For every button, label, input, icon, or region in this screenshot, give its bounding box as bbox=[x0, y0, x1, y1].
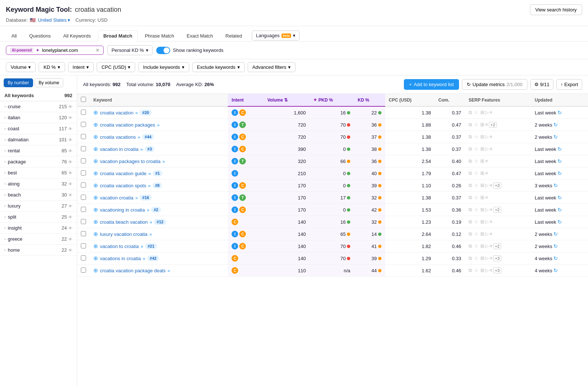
keyword-link[interactable]: ⊕ luxury vacation croatia » bbox=[93, 231, 224, 237]
star-icon[interactable]: ☆ bbox=[474, 231, 478, 237]
col-volume[interactable]: Volume ⇅ bbox=[263, 94, 309, 106]
image-icon[interactable]: ⊞ bbox=[480, 243, 484, 249]
settings-button[interactable]: ⚙ 9/11 bbox=[530, 79, 553, 90]
kd-filter[interactable]: KD % ▾ bbox=[39, 62, 65, 72]
serp-copy-icon[interactable]: ⧉ bbox=[469, 195, 472, 200]
list-icon[interactable]: ≡ bbox=[490, 255, 492, 261]
video-icon[interactable]: ▷ bbox=[485, 243, 489, 249]
row-checkbox[interactable] bbox=[81, 255, 86, 261]
list-item[interactable]: › dalmatian 101 👁 bbox=[0, 134, 77, 145]
star-icon[interactable]: ☆ bbox=[474, 207, 478, 212]
show-ranking-toggle[interactable] bbox=[156, 47, 170, 54]
update-metrics-button[interactable]: ↻ Update metrics 2/1,000 bbox=[462, 79, 527, 90]
refresh-icon[interactable]: ↻ bbox=[553, 231, 558, 237]
serp-copy-icon[interactable]: ⧉ bbox=[469, 207, 472, 212]
row-checkbox[interactable] bbox=[81, 195, 86, 200]
star-icon[interactable]: ☆ bbox=[474, 183, 478, 188]
image-icon[interactable]: ⊞ bbox=[480, 231, 484, 237]
view-history-button[interactable]: View search history bbox=[530, 4, 582, 15]
clear-input-icon[interactable]: ✕ bbox=[96, 47, 100, 53]
serp-copy-icon[interactable]: ⧉ bbox=[469, 243, 472, 249]
tab-phrase-match[interactable]: Phrase Match bbox=[139, 30, 180, 42]
refresh-icon[interactable]: ↻ bbox=[553, 243, 558, 249]
list-item[interactable]: › best 65 👁 bbox=[0, 167, 77, 178]
eye-icon[interactable]: 👁 bbox=[68, 226, 72, 230]
star-icon[interactable]: ☆ bbox=[474, 146, 478, 152]
list-item[interactable]: › home 22 👁 bbox=[0, 245, 77, 256]
video-icon[interactable]: ▷ bbox=[485, 219, 489, 224]
serp-copy-icon[interactable]: ⧉ bbox=[469, 122, 472, 127]
eye-icon[interactable]: 👁 bbox=[68, 160, 72, 164]
keyword-link[interactable]: ⊕ croatia vacation spots »#8 bbox=[93, 182, 224, 189]
country-selector[interactable]: United States ▾ bbox=[38, 17, 70, 23]
tab-all-keywords[interactable]: All Keywords bbox=[58, 30, 96, 42]
refresh-icon[interactable]: ↻ bbox=[557, 146, 562, 152]
star-icon[interactable]: ☆ bbox=[474, 158, 478, 164]
tab-broad-match[interactable]: Broad Match bbox=[98, 30, 138, 42]
keyword-link[interactable]: ⊕ vacationing in croatia »#2 bbox=[93, 206, 224, 213]
list-icon[interactable]: ≡ bbox=[490, 134, 492, 139]
list-item[interactable]: › beach 30 👁 bbox=[0, 190, 77, 201]
tab-questions[interactable]: Questions bbox=[24, 30, 56, 42]
image-icon[interactable]: ⊞ bbox=[480, 170, 484, 176]
serp-copy-icon[interactable]: ⧉ bbox=[469, 231, 472, 237]
refresh-icon[interactable]: ↻ bbox=[553, 134, 558, 140]
list-icon[interactable]: ≡ bbox=[490, 183, 492, 188]
serp-copy-icon[interactable]: ⧉ bbox=[469, 170, 472, 176]
keyword-link[interactable]: ⊕ croatia vacations »#44 bbox=[93, 134, 224, 140]
image-icon[interactable]: ⊞ bbox=[480, 207, 484, 212]
keyword-link[interactable]: ⊕ vacations in croatia »#42 bbox=[93, 255, 224, 262]
keyword-link[interactable]: ⊕ croatia vacation guide »#1 bbox=[93, 170, 224, 177]
eye-icon[interactable]: 👁 bbox=[68, 248, 72, 252]
domain-input[interactable] bbox=[42, 47, 93, 53]
image-icon[interactable]: ⊞ bbox=[480, 146, 484, 152]
eye-icon[interactable]: 👁 bbox=[68, 127, 72, 131]
row-checkbox[interactable] bbox=[81, 219, 86, 224]
image-icon[interactable]: ⊞ bbox=[480, 134, 484, 139]
serp-copy-icon[interactable]: ⧉ bbox=[469, 268, 472, 273]
add-to-keyword-list-button[interactable]: + Add to keyword list bbox=[404, 79, 459, 90]
refresh-icon[interactable]: ↻ bbox=[557, 207, 562, 213]
select-all-checkbox[interactable] bbox=[81, 97, 86, 102]
list-item[interactable]: › luxury 27 👁 bbox=[0, 201, 77, 212]
eye-icon[interactable]: 👁 bbox=[68, 237, 72, 241]
tab-all[interactable]: All bbox=[6, 30, 22, 42]
video-icon[interactable]: ▷ bbox=[485, 207, 489, 212]
refresh-icon[interactable]: ↻ bbox=[557, 158, 562, 164]
refresh-icon[interactable]: ↻ bbox=[557, 219, 562, 225]
eye-icon[interactable]: 👁 bbox=[68, 116, 72, 120]
row-checkbox[interactable] bbox=[81, 268, 86, 273]
star-icon[interactable]: ☆ bbox=[474, 170, 478, 176]
image-icon[interactable]: ⊞ bbox=[480, 195, 484, 200]
eye-icon[interactable]: 👁 bbox=[68, 215, 72, 219]
row-checkbox[interactable] bbox=[81, 243, 86, 248]
row-checkbox[interactable] bbox=[81, 231, 86, 236]
advanced-filters[interactable]: Advanced filters ▾ bbox=[248, 62, 296, 72]
serp-copy-icon[interactable]: ⧉ bbox=[469, 146, 472, 152]
languages-filter[interactable]: Languages beta ▾ bbox=[252, 31, 300, 40]
export-button[interactable]: ↑ Export bbox=[556, 79, 582, 90]
video-icon[interactable]: ▷ bbox=[485, 268, 489, 273]
star-icon[interactable]: ☆ bbox=[474, 268, 478, 273]
tab-related[interactable]: Related bbox=[220, 30, 248, 42]
intent-filter[interactable]: Intent ▾ bbox=[68, 62, 94, 72]
serp-copy-icon[interactable]: ⧉ bbox=[469, 158, 472, 164]
row-checkbox[interactable] bbox=[81, 158, 86, 163]
row-checkbox[interactable] bbox=[81, 170, 86, 176]
eye-icon[interactable]: 👁 bbox=[68, 204, 72, 208]
keyword-link[interactable]: ⊕ croatia vacation package deals » bbox=[93, 267, 224, 274]
serp-copy-icon[interactable]: ⧉ bbox=[469, 255, 472, 261]
star-icon[interactable]: ☆ bbox=[474, 134, 478, 139]
row-checkbox[interactable] bbox=[81, 110, 86, 115]
volume-filter[interactable]: Volume ▾ bbox=[6, 62, 36, 72]
cpc-filter[interactable]: CPC (USD) ▾ bbox=[97, 62, 135, 72]
list-icon[interactable]: ≡ bbox=[485, 122, 488, 127]
star-icon[interactable]: ☆ bbox=[474, 195, 478, 200]
refresh-icon[interactable]: ↻ bbox=[553, 122, 558, 128]
tab-exact-match[interactable]: Exact Match bbox=[181, 30, 219, 42]
row-checkbox[interactable] bbox=[81, 207, 86, 212]
list-icon[interactable]: ≡ bbox=[490, 243, 492, 249]
list-item[interactable]: › italian 120 👁 bbox=[0, 112, 77, 123]
keyword-link[interactable]: ⊕ vacation packages to croatia » bbox=[93, 158, 224, 164]
refresh-icon[interactable]: ↻ bbox=[553, 268, 558, 273]
